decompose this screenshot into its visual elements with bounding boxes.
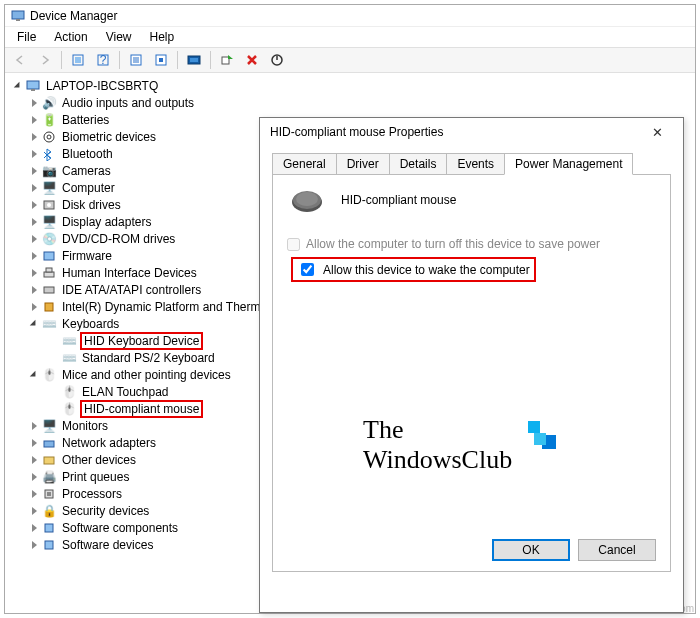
bluetooth-icon <box>41 146 57 162</box>
expander-icon[interactable] <box>11 82 25 90</box>
ide-icon <box>41 282 57 298</box>
tree-node-label: Mice and other pointing devices <box>60 368 233 382</box>
svg-rect-26 <box>45 303 53 311</box>
tab-driver[interactable]: Driver <box>336 153 390 175</box>
expander-icon[interactable] <box>27 422 41 430</box>
expander-icon[interactable] <box>27 507 41 515</box>
expander-icon[interactable] <box>27 456 41 464</box>
update-button[interactable] <box>216 49 238 71</box>
tree-node-label: Bluetooth <box>60 147 115 161</box>
close-button[interactable]: ✕ <box>641 121 673 143</box>
expander-icon[interactable] <box>27 99 41 107</box>
tree-node[interactable]: 🔊Audio inputs and outputs <box>7 94 693 111</box>
wake-checkbox[interactable] <box>301 263 314 276</box>
expander-icon[interactable] <box>27 235 41 243</box>
expander-icon[interactable] <box>27 218 41 226</box>
expander-icon[interactable] <box>27 490 41 498</box>
disable-button[interactable] <box>266 49 288 71</box>
expander-icon[interactable] <box>27 150 41 158</box>
help-button[interactable]: ? <box>92 49 114 71</box>
expander-icon[interactable] <box>27 371 41 379</box>
mouse-icon: 🖱️ <box>41 367 57 383</box>
expander-icon[interactable] <box>27 269 41 277</box>
forward-button <box>34 49 56 71</box>
wake-label: Allow this device to wake the computer <box>323 263 530 277</box>
cancel-button[interactable]: Cancel <box>578 539 656 561</box>
menu-file[interactable]: File <box>9 28 44 46</box>
expander-icon[interactable] <box>27 320 41 328</box>
svg-rect-1 <box>16 19 20 21</box>
tree-node-label: Disk drives <box>60 198 123 212</box>
processor-icon <box>41 486 57 502</box>
expander-icon[interactable] <box>27 524 41 532</box>
tree-node-label: Firmware <box>60 249 114 263</box>
svg-rect-27 <box>44 441 54 447</box>
window-title: Device Manager <box>30 9 117 23</box>
audio-icon: 🔊 <box>41 95 57 111</box>
expander-icon[interactable] <box>27 133 41 141</box>
display-icon: 🖥️ <box>41 214 57 230</box>
ok-button[interactable]: OK <box>492 539 570 561</box>
svg-rect-16 <box>27 81 39 89</box>
expander-icon[interactable] <box>27 541 41 549</box>
svg-point-19 <box>47 135 51 139</box>
mouse-icon: 🖱️ <box>61 384 77 400</box>
tree-node-label: Standard PS/2 Keyboard <box>80 351 217 365</box>
expander-icon[interactable] <box>27 473 41 481</box>
menu-help[interactable]: Help <box>142 28 183 46</box>
menu-view[interactable]: View <box>98 28 140 46</box>
tree-node-label: HID Keyboard Device <box>80 332 203 350</box>
separator <box>210 51 211 69</box>
expander-icon[interactable] <box>27 252 41 260</box>
expander-icon[interactable] <box>27 303 41 311</box>
svg-rect-3 <box>75 57 81 63</box>
expander-icon[interactable] <box>27 184 41 192</box>
tab-general[interactable]: General <box>272 153 337 175</box>
menubar: File Action View Help <box>5 27 695 47</box>
svg-rect-17 <box>31 89 35 91</box>
brand-line1: The <box>363 415 512 445</box>
brand-logo-icon <box>534 433 546 445</box>
tree-node-label: Other devices <box>60 453 138 467</box>
mouse-icon: 🖱️ <box>61 401 77 417</box>
toolbar: ? <box>5 47 695 73</box>
show-hide-button[interactable] <box>67 49 89 71</box>
expander-icon[interactable] <box>27 439 41 447</box>
device-name: HID-compliant mouse <box>341 193 456 207</box>
biometric-icon <box>41 129 57 145</box>
power-off-option: Allow the computer to turn off this devi… <box>287 237 656 251</box>
expander-icon[interactable] <box>27 201 41 209</box>
camera-icon: 📷 <box>41 163 57 179</box>
menu-action[interactable]: Action <box>46 28 95 46</box>
hid-icon <box>41 265 57 281</box>
svg-text:?: ? <box>100 53 107 67</box>
tree-node-label: Human Interface Devices <box>60 266 199 280</box>
expander-icon[interactable] <box>27 286 41 294</box>
uninstall-button[interactable] <box>241 49 263 71</box>
scan-button[interactable] <box>183 49 205 71</box>
tree-node-label: Software devices <box>60 538 155 552</box>
svg-rect-30 <box>47 492 51 496</box>
tree-node-label: Keyboards <box>60 317 121 331</box>
tree-node-label: Biometric devices <box>60 130 158 144</box>
tree-root[interactable]: LAPTOP-IBCSBRTQ <box>7 77 693 94</box>
tree-node-label: Intel(R) Dynamic Platform and Thermal <box>60 300 272 314</box>
tab-power-management[interactable]: Power Management <box>504 153 633 175</box>
svg-rect-24 <box>46 268 52 272</box>
tab-details[interactable]: Details <box>389 153 448 175</box>
svg-rect-31 <box>45 524 53 532</box>
expander-icon[interactable] <box>27 167 41 175</box>
tree-node-label: Display adapters <box>60 215 153 229</box>
tab-events[interactable]: Events <box>446 153 505 175</box>
svg-rect-13 <box>190 58 198 62</box>
power-off-checkbox <box>287 238 300 251</box>
separator <box>61 51 62 69</box>
tree-node-label: Audio inputs and outputs <box>60 96 196 110</box>
monitor-icon: 🖥️ <box>41 418 57 434</box>
svg-point-21 <box>47 203 51 207</box>
properties-button[interactable] <box>125 49 147 71</box>
properties-button-2[interactable] <box>150 49 172 71</box>
branding: The WindowsClub <box>363 415 512 475</box>
separator <box>177 51 178 69</box>
expander-icon[interactable] <box>27 116 41 124</box>
